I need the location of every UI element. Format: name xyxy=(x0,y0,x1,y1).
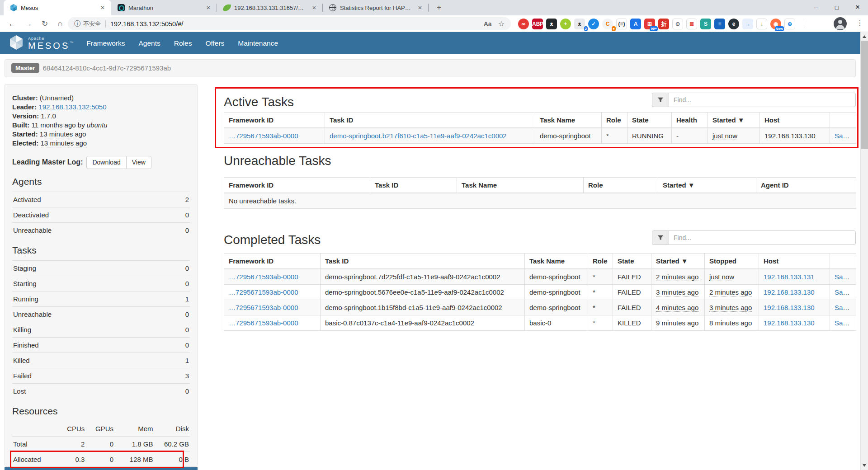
check-circle-icon[interactable]: ✓ xyxy=(588,19,599,29)
doc-blue-icon[interactable]: ≡ xyxy=(714,19,725,29)
nav-item-frameworks[interactable]: Frameworks xyxy=(80,39,132,47)
col-task-id[interactable]: Task ID xyxy=(325,113,535,128)
scrollbar-thumb[interactable] xyxy=(861,41,868,149)
page-scrollbar[interactable] xyxy=(860,32,868,470)
res-label: Allocated xyxy=(12,451,54,467)
sandbox-link[interactable]: Sandbox xyxy=(835,288,856,296)
tab-haproxy-stats[interactable]: Statistics Report for HAProxy × xyxy=(323,0,429,15)
host-link[interactable]: 192.168.133.131 xyxy=(764,273,815,281)
col-task-id[interactable]: Task ID xyxy=(321,254,525,269)
camera-new-icon[interactable]: ◉New xyxy=(770,19,781,29)
tab-close-icon[interactable]: × xyxy=(204,4,212,12)
framework-link[interactable]: …7295671593ab-0000 xyxy=(229,319,298,327)
leader-link[interactable]: 192.168.133.132:5050 xyxy=(38,103,106,111)
loop-red-icon[interactable]: ∞ xyxy=(518,19,529,29)
col-host[interactable]: Host xyxy=(760,113,830,128)
page-send-icon[interactable]: → xyxy=(742,19,753,29)
framework-link[interactable]: …7295671593ab-0000 xyxy=(229,288,298,296)
col-health[interactable]: Health xyxy=(672,113,708,128)
url-text[interactable]: 192.168.133.132:5050/#/ xyxy=(110,20,183,28)
translate-ext-icon[interactable]: A xyxy=(630,19,641,29)
translate-icon[interactable]: Aa xyxy=(484,20,492,28)
scrollbar-down-arrow[interactable] xyxy=(863,464,866,467)
forward-button[interactable]: → xyxy=(23,18,34,30)
window-close-button[interactable]: × xyxy=(847,0,868,15)
paren-code-icon[interactable]: (≡) xyxy=(616,19,627,29)
nav-item-maintenance[interactable]: Maintenance xyxy=(231,39,285,47)
e-dark-icon[interactable]: e xyxy=(728,19,739,29)
col-agent-id[interactable]: Agent ID xyxy=(756,178,856,193)
notes-red-icon[interactable]: ≣ xyxy=(686,19,697,29)
new-tab-button[interactable]: + xyxy=(433,2,445,14)
col-task-name[interactable]: Task Name xyxy=(535,113,602,128)
nav-item-offers[interactable]: Offers xyxy=(198,39,231,47)
col-framework-id[interactable]: Framework ID xyxy=(224,254,321,269)
zhe-coupon-icon[interactable]: 折 xyxy=(658,19,669,29)
sandbox-link[interactable]: Sandbox xyxy=(835,319,856,327)
filter-funnel-icon[interactable] xyxy=(652,230,669,245)
browser-menu-icon[interactable]: ⋮ xyxy=(856,19,863,27)
col-sandbox xyxy=(830,254,856,269)
col-task-name[interactable]: Task Name xyxy=(457,178,584,193)
host-link[interactable]: 192.168.133.130 xyxy=(764,288,815,296)
filter-funnel-icon[interactable] xyxy=(652,93,669,107)
col-host[interactable]: Host xyxy=(759,254,830,269)
sandbox-link[interactable]: Sandbox xyxy=(835,132,856,140)
c-ring-icon[interactable]: C● xyxy=(602,19,613,29)
downloader-icon[interactable]: ↓ xyxy=(756,19,767,29)
col-framework-id[interactable]: Framework ID xyxy=(224,113,325,128)
window-maximize-button[interactable]: ▢ xyxy=(826,0,847,15)
framework-link[interactable]: …7295671593ab-0000 xyxy=(229,132,298,140)
magnifier-ext-icon[interactable]: ⊙ xyxy=(672,19,683,29)
col-framework-id[interactable]: Framework ID xyxy=(224,178,370,193)
col-started-sort[interactable]: Started ▼ xyxy=(651,254,705,269)
s-green-icon[interactable]: S xyxy=(700,19,711,29)
col-role[interactable]: Role xyxy=(584,178,658,193)
coin-plus-icon[interactable]: + xyxy=(560,19,571,29)
nav-item-roles[interactable]: Roles xyxy=(167,39,199,47)
back-button[interactable]: ← xyxy=(6,18,18,30)
tab-close-icon[interactable]: × xyxy=(416,4,424,12)
col-state[interactable]: State xyxy=(613,254,651,269)
reload-button[interactable]: ↻ xyxy=(39,18,51,30)
dark-cat-icon[interactable]: ᴥ xyxy=(546,19,557,29)
host-link[interactable]: 192.168.133.130 xyxy=(764,304,815,311)
col-role[interactable]: Role xyxy=(588,254,613,269)
task-stopped: 2 minutes ago xyxy=(709,288,752,296)
col-state[interactable]: State xyxy=(627,113,672,128)
cat-badged-icon[interactable]: ᴥ2 xyxy=(574,19,585,29)
framework-link[interactable]: …7295671593ab-0000 xyxy=(229,273,298,281)
nav-item-agents[interactable]: Agents xyxy=(132,39,167,47)
scrollbar-up-arrow[interactable] xyxy=(863,35,866,38)
col-task-name[interactable]: Task Name xyxy=(525,254,588,269)
web-sphere-icon[interactable]: ⊕ xyxy=(784,19,795,29)
sandbox-link[interactable]: Sandbox xyxy=(835,273,856,281)
tab-close-icon[interactable]: × xyxy=(310,4,318,12)
view-log-button[interactable]: View xyxy=(126,156,151,169)
active-find-input[interactable] xyxy=(669,93,856,107)
address-bar[interactable]: ⓘ 不安全 192.168.133.132:5050/#/ Aa ☆ xyxy=(68,17,511,30)
tab-spring-hello[interactable]: 192.168.133.131:31657/hello w × xyxy=(217,0,323,15)
profile-avatar[interactable] xyxy=(834,17,847,30)
task-id-link[interactable]: demo-springboot.b217f610-c1a5-11e9-aaf9-… xyxy=(330,132,507,140)
adblock-plus-icon[interactable]: ABP xyxy=(532,19,543,29)
bookmark-star-icon[interactable]: ☆ xyxy=(498,19,505,28)
window-minimize-button[interactable]: – xyxy=(806,0,826,15)
download-log-button[interactable]: Download xyxy=(86,156,126,169)
col-stopped[interactable]: Stopped xyxy=(705,254,759,269)
framework-link[interactable]: …7295671593ab-0000 xyxy=(229,304,298,311)
tab-mesos[interactable]: Mesos × xyxy=(4,0,111,15)
sandbox-link[interactable]: Sandbox xyxy=(835,304,856,311)
home-button[interactable]: ⌂ xyxy=(54,18,66,30)
tab-close-icon[interactable]: × xyxy=(99,4,107,12)
page-info-icon[interactable]: ⓘ xyxy=(74,20,80,28)
completed-find-input[interactable] xyxy=(669,230,856,245)
col-started-sort[interactable]: Started ▼ xyxy=(708,113,760,128)
col-role[interactable]: Role xyxy=(602,113,627,128)
tab-marathon[interactable]: Marathon × xyxy=(111,0,217,15)
host-link[interactable]: 192.168.133.130 xyxy=(764,319,815,327)
mesos-logo[interactable]: ApacheMESOS™ xyxy=(8,34,73,52)
col-started-sort[interactable]: Started ▼ xyxy=(658,178,756,193)
grid-red-icon[interactable]: ⊞99+ xyxy=(644,19,655,29)
col-task-id[interactable]: Task ID xyxy=(370,178,457,193)
